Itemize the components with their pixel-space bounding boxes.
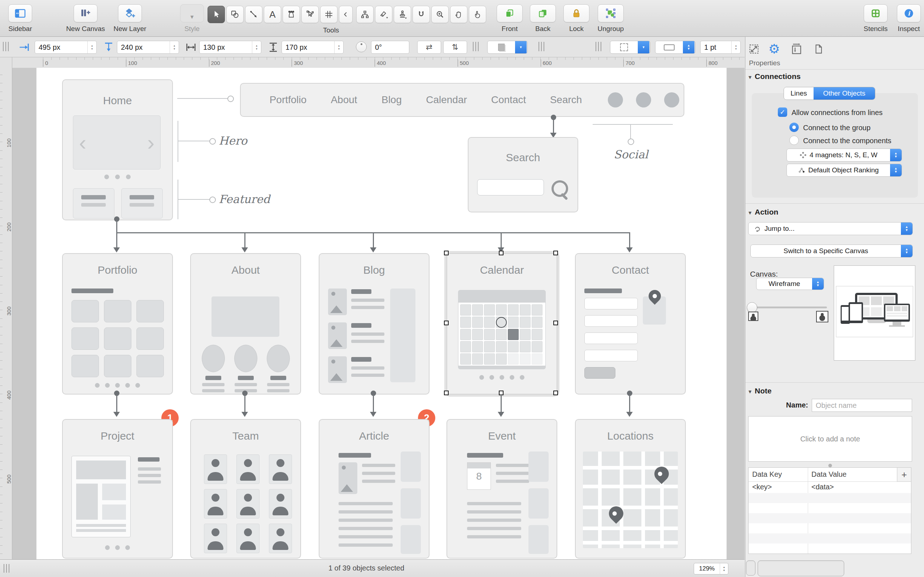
zoom-tool-button[interactable]: [431, 6, 449, 23]
blog-page-object[interactable]: Blog: [319, 253, 430, 395]
connector-line[interactable]: [629, 394, 630, 412]
social-annotation[interactable]: Social: [609, 148, 653, 161]
social-callout-line[interactable]: [630, 124, 631, 139]
ranking-dropdown[interactable]: Default Object Ranking ▲▼: [787, 164, 902, 177]
selection-handle[interactable]: [553, 321, 558, 325]
line-tool-button[interactable]: [245, 6, 262, 23]
width-field[interactable]: 130 px ▴▾: [199, 41, 261, 54]
disclosure-triangle[interactable]: ▼: [748, 74, 753, 80]
stroke-control[interactable]: ▼: [610, 41, 650, 54]
tab-canvas-size[interactable]: [789, 41, 804, 57]
pen-tool-button[interactable]: [283, 6, 300, 23]
locations-page-object[interactable]: Locations: [575, 419, 686, 559]
connector-line[interactable]: [244, 233, 246, 248]
connector-line[interactable]: [373, 394, 374, 412]
vertical-ruler[interactable]: 100200300400500: [0, 68, 12, 559]
data-key-header[interactable]: Data Key: [752, 470, 782, 479]
selection-handle[interactable]: [553, 390, 558, 395]
team-page-object[interactable]: Team: [190, 419, 301, 559]
key-cell[interactable]: <key>: [752, 483, 772, 491]
zoom-control[interactable]: 129% ▴▾: [694, 563, 729, 574]
connector-line[interactable]: [501, 394, 502, 412]
selection-handle[interactable]: [499, 251, 504, 255]
new-canvas-button[interactable]: [74, 4, 97, 23]
project-page-object[interactable]: Project: [62, 419, 173, 559]
drag-grip[interactable]: [3, 42, 10, 51]
style-dropdown-button[interactable]: ▼: [180, 4, 204, 23]
style-brush-tool-button[interactable]: [375, 6, 393, 23]
stepper-icon[interactable]: ▴▾: [170, 41, 179, 53]
sidebar-button[interactable]: [8, 4, 32, 23]
selection-handle[interactable]: [444, 390, 449, 395]
connections-section-header[interactable]: Connections: [755, 72, 801, 81]
nav-bar-object[interactable]: Portfolio About Blog Calendar Contact Se…: [240, 83, 684, 117]
stroke-width-field[interactable]: 1 pt ▴▾: [700, 41, 741, 54]
point-editor-tool-button[interactable]: [301, 6, 319, 23]
horizontal-ruler[interactable]: 0100200300400500600700800: [12, 57, 745, 68]
collapse-tools-button[interactable]: [339, 6, 353, 23]
action-type-dropdown[interactable]: Jump to... ▲▼: [748, 222, 913, 235]
tab-other-objects[interactable]: Other Objects: [814, 87, 875, 100]
bring-front-button[interactable]: [497, 4, 523, 23]
y-position-field[interactable]: 240 px ▴▾: [117, 41, 179, 54]
hero-annotation[interactable]: Hero: [219, 134, 247, 147]
home-page-object[interactable]: Home ‹ ›: [62, 79, 173, 220]
height-field[interactable]: 170 px ▴▾: [281, 41, 344, 54]
switch-canvas-dropdown[interactable]: Switch to a Specific Canvas ▲▼: [750, 245, 913, 258]
tab-document[interactable]: [811, 41, 827, 57]
hero-callout-line[interactable]: [178, 141, 209, 141]
canvas-value-dropdown[interactable]: Wireframe ▲▼: [756, 278, 824, 290]
table-row[interactable]: <key> <data>: [749, 482, 911, 493]
action-section-header[interactable]: Action: [755, 208, 778, 216]
search-page-object[interactable]: Search: [468, 137, 578, 213]
text-tool-button[interactable]: A: [264, 6, 281, 23]
new-layer-button[interactable]: [118, 4, 142, 23]
hand-tool-button[interactable]: [450, 6, 467, 23]
stamp-tool-button[interactable]: [394, 6, 411, 23]
shadow-control[interactable]: ▼: [487, 41, 528, 54]
stepper-icon[interactable]: ▴▾: [731, 41, 740, 53]
resize-handle[interactable]: [828, 464, 832, 467]
canvas-area[interactable]: Home ‹ › Portfolio About Blog Calendar C…: [12, 68, 745, 559]
data-value-header[interactable]: Data Value: [811, 470, 846, 479]
connector-line[interactable]: [116, 233, 117, 248]
event-page-object[interactable]: Event 8: [446, 419, 557, 559]
connector-line[interactable]: [373, 233, 374, 248]
hero-bracket[interactable]: [178, 121, 178, 162]
article-page-object[interactable]: Article: [319, 419, 430, 559]
rotation-field[interactable]: 0°: [371, 41, 409, 54]
thumbnail-zoom-slider[interactable]: [750, 306, 827, 308]
add-row-button[interactable]: +: [897, 468, 911, 482]
line-style-control[interactable]: ▲▼: [655, 41, 696, 54]
connector-line[interactable]: [501, 233, 502, 248]
connector-line[interactable]: [116, 394, 117, 412]
bottom-mini-box[interactable]: [746, 561, 756, 575]
connector-line[interactable]: [244, 394, 246, 412]
selection-handle[interactable]: [444, 321, 449, 325]
stepper-icon[interactable]: ▴▾: [252, 41, 261, 53]
tab-geometry[interactable]: [746, 41, 762, 57]
selection-handle[interactable]: [553, 251, 558, 255]
diagram-tool-button[interactable]: [356, 6, 373, 23]
lock-button[interactable]: [564, 4, 590, 23]
calendar-page-object-selected[interactable]: Calendar: [446, 253, 557, 395]
connect-components-radio[interactable]: [789, 135, 799, 145]
contact-page-object[interactable]: Contact: [575, 253, 686, 395]
object-data-table[interactable]: Data Key Data Value + <key> <data>: [748, 467, 911, 554]
rotation-knob[interactable]: [356, 42, 367, 52]
note-section-header[interactable]: Note: [755, 387, 772, 395]
social-bracket[interactable]: [593, 124, 673, 125]
magnets-dropdown[interactable]: 4 magnets: N, S, E, W ▲▼: [787, 148, 902, 161]
about-page-object[interactable]: About: [190, 253, 301, 395]
stepper-icon[interactable]: ▴▾: [87, 41, 96, 53]
featured-annotation[interactable]: Featured: [219, 193, 270, 206]
inspect-button[interactable]: i: [897, 4, 921, 23]
disclosure-triangle[interactable]: ▼: [748, 389, 753, 395]
connector-line[interactable]: [629, 233, 630, 248]
flip-vertical-button[interactable]: ⇅: [443, 41, 467, 54]
stepper-icon[interactable]: ▴▾: [334, 41, 343, 53]
slider-thumb[interactable]: [747, 302, 757, 313]
callout-line[interactable]: [177, 98, 228, 99]
value-cell[interactable]: <data>: [811, 483, 834, 491]
magnet-tool-button[interactable]: [412, 6, 430, 23]
